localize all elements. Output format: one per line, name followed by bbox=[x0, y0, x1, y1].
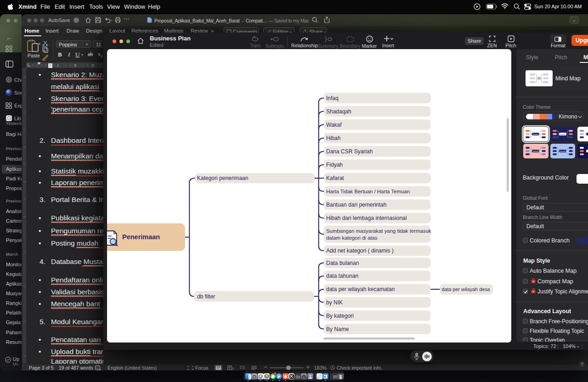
svg-text:data per wilayah desa: data per wilayah desa bbox=[442, 286, 490, 292]
svg-text:db filter: db filter bbox=[197, 293, 215, 300]
svg-text:1: 1 bbox=[57, 63, 59, 67]
svg-text:By kategori: By kategori bbox=[326, 313, 354, 319]
svg-text:2: 2 bbox=[74, 63, 77, 67]
svg-text:Data bulanan: Data bulanan bbox=[326, 260, 359, 266]
svg-text:Dana CSR Syariah: Dana CSR Syariah bbox=[326, 148, 373, 155]
svg-text:Kategori penerimaan: Kategori penerimaan bbox=[197, 175, 248, 181]
svg-text:Central Topic: Central Topic bbox=[533, 151, 543, 152]
svg-text:Central Topic: Central Topic bbox=[560, 151, 570, 152]
svg-text:Central Topic: Central Topic bbox=[560, 134, 570, 135]
svg-text:Fidyah: Fidyah bbox=[326, 162, 343, 168]
svg-text:Infaq: Infaq bbox=[326, 95, 339, 101]
svg-text:Add net kategori ( dinamis ): Add net kategori ( dinamis ) bbox=[326, 247, 394, 254]
svg-text:Harta Tidak Bertuan / Harta Te: Harta Tidak Bertuan / Harta Temuan bbox=[326, 189, 410, 194]
svg-text:By Name: By Name bbox=[326, 326, 349, 332]
svg-text:Shadaqah: Shadaqah bbox=[326, 108, 351, 115]
svg-text:by NIK: by NIK bbox=[326, 299, 343, 306]
svg-text:data tahunan: data tahunan bbox=[326, 273, 358, 279]
svg-text:Hibah dari lembaga internasion: Hibah dari lembaga internasional bbox=[326, 215, 407, 221]
svg-text:Central Topic: Central Topic bbox=[533, 134, 543, 135]
svg-text:Wakaf: Wakaf bbox=[326, 122, 342, 128]
svg-text:Hibah: Hibah bbox=[326, 135, 340, 141]
svg-text:Kafarat: Kafarat bbox=[326, 175, 344, 181]
svg-text:Sumbangan masyarakat yang tida: Sumbangan masyarakat yang tidak termasuk bbox=[326, 228, 431, 234]
svg-text:3: 3 bbox=[92, 63, 94, 67]
svg-text:Penerimaan: Penerimaan bbox=[122, 233, 160, 241]
svg-text:Bantuan dari pemerintah: Bantuan dari pemerintah bbox=[326, 202, 386, 208]
svg-text:data per wilayah kecamatan: data per wilayah kecamatan bbox=[326, 286, 395, 292]
svg-text:dalam kategori di atas: dalam kategori di atas bbox=[326, 235, 378, 241]
